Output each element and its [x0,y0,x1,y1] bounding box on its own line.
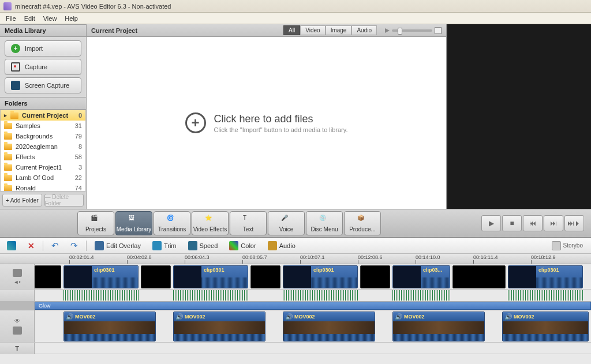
black-gap[interactable] [35,265,61,288]
video-clip-4[interactable]: clip0301 [508,265,583,288]
project-header: Current Project AllVideoImageAudio [87,24,446,37]
zoom-fit-icon[interactable] [435,27,442,34]
timeline-ruler[interactable]: 00:02:01.400:04:02.800:06:04.300:08:05.7… [0,254,591,264]
trim-button[interactable]: Trim [149,240,180,252]
folder-row-0[interactable]: ▸Current Project0 [1,110,85,121]
monitor-icon [11,81,20,90]
menu-bar: File Edit View Help [0,13,591,24]
mode-media-library[interactable]: 🖼Media Library [115,211,152,235]
filter-all[interactable]: All [283,25,300,35]
delete-button[interactable]: ✕ [24,240,38,252]
overlay-clip-2[interactable]: 🔊MOV002 [283,312,375,342]
overlay-icon [95,241,104,250]
filter-image[interactable]: Image [326,25,352,35]
menu-view[interactable]: View [40,14,61,23]
project-body[interactable]: + Click here to add files Click the "Imp… [87,37,446,209]
edit-overlay-button[interactable]: Edit Overlay [91,240,144,252]
scissors-button[interactable] [3,240,20,252]
scissors-icon [7,241,16,250]
effect-strip: Glow [0,301,591,310]
prev-button[interactable]: ⏮ [523,215,543,231]
video-track-head[interactable]: ◄• [0,264,35,289]
video-clip-3[interactable]: clip03... [392,265,450,288]
empty-title: Click here to add files [214,113,348,125]
mode-transitions[interactable]: 🌀Transitions [154,211,190,235]
audio-button[interactable]: Audio [264,240,299,252]
video-clip-0[interactable]: clip0301 [63,265,139,288]
overlay-track[interactable]: 🔊MOV002🔊MOV002🔊MOV002🔊MOV002🔊MOV002 [35,310,591,342]
overlay-clip-1[interactable]: 🔊MOV002 [173,312,265,342]
folder-row-1[interactable]: Samples31 [1,121,85,131]
mode-voice[interactable]: 🎤Voice [268,211,305,235]
end-button[interactable]: ⏭⏵ [564,215,584,231]
text-track[interactable] [35,343,591,354]
titlebar: minecraft #4.vep - AVS Video Editor 6.3 … [0,0,591,13]
window-title: minecraft #4.vep - AVS Video Editor 6.3 … [15,3,171,10]
folder-icon [4,123,12,129]
capture-button[interactable]: Capture [5,59,81,75]
mode-produce-[interactable]: 📦Produce... [344,211,381,235]
overlay-clip-0[interactable]: 🔊MOV002 [63,312,156,342]
delete-folder-button: — Delete Folder [44,194,84,207]
folder-row-7[interactable]: Ronald74 [1,183,85,192]
empty-subtitle: Click the "Import" button to add media t… [214,126,348,133]
menu-edit[interactable]: Edit [21,14,39,23]
plus-icon: + [11,44,20,53]
screen-capture-label: Screen Capture [25,82,69,89]
undo-button[interactable]: ↶ [48,239,62,252]
next-button[interactable]: ⏭ [544,215,563,231]
mode-disc-menu[interactable]: 💿Disc Menu [306,211,343,235]
project-panel: Current Project AllVideoImageAudio + Cli… [87,24,447,209]
import-label: Import [25,45,43,52]
color-button[interactable]: Color [226,240,259,252]
folder-icon [4,175,12,181]
folder-icon [4,164,12,171]
speed-button[interactable]: Speed [185,240,222,252]
filter-tabs: AllVideoImageAudio [283,25,377,35]
media-library-heading: Media Library [0,24,86,37]
clip-thumb [393,266,421,288]
overlay-track-head[interactable]: 👁 [0,310,35,342]
video-clip-2[interactable]: clip0301 [283,265,358,288]
import-button[interactable]: + Import [5,40,81,57]
capture-label: Capture [25,63,47,70]
stop-button[interactable]: ■ [502,215,522,231]
folder-row-3[interactable]: 2020eagleman8 [1,141,85,152]
folder-row-4[interactable]: Effects58 [1,152,85,162]
video-track[interactable]: clip0301clip0301clip0301clip03...clip030… [35,264,591,289]
storyboard-toggle[interactable]: Storybo [552,241,588,250]
app-icon [3,2,12,10]
folder-row-2[interactable]: Backgrounds79 [1,131,85,141]
video-clip-1[interactable]: clip0301 [173,265,248,288]
play-button[interactable]: ▶ [481,215,501,231]
text-track-head[interactable]: T [0,343,35,354]
black-gap[interactable] [141,265,171,288]
menu-help[interactable]: Help [61,14,81,23]
clip-thumb [64,266,92,288]
effect-glow[interactable]: Glow [35,302,591,310]
overlay-clip-4[interactable]: 🔊MOV002 [502,312,589,342]
mode-text[interactable]: TText [230,211,267,235]
color-icon [229,241,238,250]
menu-file[interactable]: File [2,14,20,23]
clip-thumb [283,266,311,288]
overlay-icon [13,327,22,335]
black-gap[interactable] [360,265,390,288]
redo-button[interactable]: ↷ [67,239,81,252]
zoom-control[interactable] [385,27,442,34]
folder-row-6[interactable]: Lamb Of God22 [1,172,85,183]
zoom-tri-icon [385,28,390,33]
folder-list: ▸Current Project0Samples31Backgrounds792… [0,110,86,192]
black-gap[interactable] [452,265,506,288]
zoom-slider[interactable] [392,29,432,32]
black-gap[interactable] [250,265,280,288]
overlay-clip-3[interactable]: 🔊MOV002 [392,312,485,342]
mode-projects[interactable]: 🎬Projects [77,211,114,235]
add-files-icon[interactable]: + [185,112,206,133]
screen-capture-button[interactable]: Screen Capture [5,77,81,93]
folder-row-5[interactable]: Current Project13 [1,162,85,172]
mode-video-effects[interactable]: ⭐Video Effects [192,211,229,235]
filter-video[interactable]: Video [300,25,325,35]
add-folder-button[interactable]: + Add Folder [2,194,42,207]
filter-audio[interactable]: Audio [351,25,377,35]
